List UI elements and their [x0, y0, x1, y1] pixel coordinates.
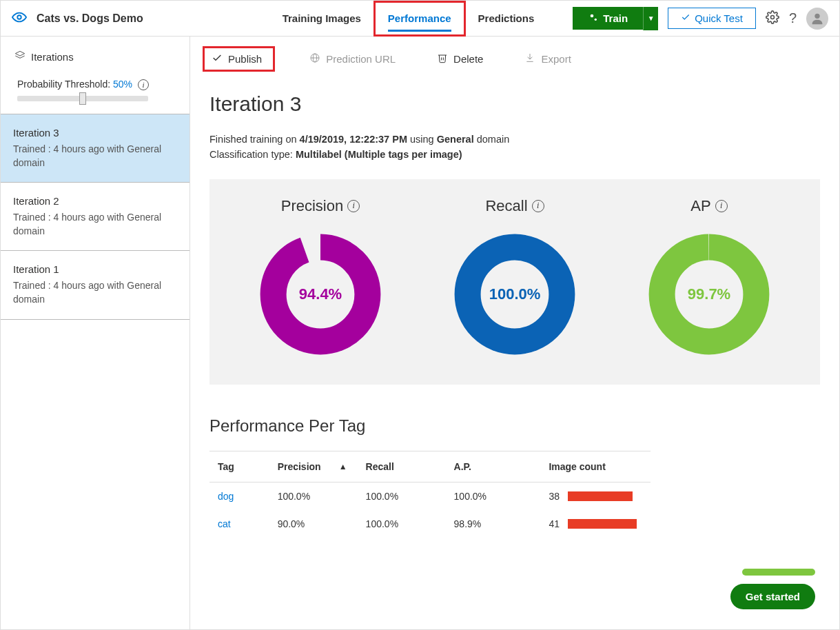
info-icon[interactable]: i: [715, 200, 728, 212]
delete-button[interactable]: Delete: [430, 48, 490, 70]
gears-icon: [588, 12, 599, 25]
svg-point-4: [815, 13, 819, 18]
sidebar-iterations-header: Iterations: [1, 37, 189, 73]
iteration-subtitle: Trained : 4 hours ago with General domai…: [13, 279, 177, 306]
iteration-heading: Iteration 3: [209, 92, 820, 116]
table-row: dog 100.0% 100.0% 100.0% 38: [209, 482, 651, 510]
export-button: Export: [518, 48, 577, 70]
avatar[interactable]: [806, 8, 828, 30]
metric-precision: Precisioni 94.4%: [255, 197, 386, 360]
sort-asc-icon: ▲: [339, 462, 347, 471]
quick-test-button[interactable]: Quick Test: [668, 8, 756, 29]
metric-label: Precision: [281, 197, 343, 215]
count-bar: [568, 491, 633, 501]
meta-domain: General: [437, 134, 474, 145]
prediction-url-label: Prediction URL: [326, 53, 396, 65]
trash-icon: [437, 52, 448, 65]
ap-donut: 99.7%: [644, 229, 775, 360]
meta-text: using: [407, 134, 437, 145]
iteration-title: Iteration 2: [13, 195, 177, 207]
info-icon[interactable]: i: [138, 79, 149, 90]
cell-ap: 98.9%: [454, 518, 549, 529]
sidebar-item-iteration-3[interactable]: Iteration 3 Trained : 4 hours ago with G…: [1, 114, 189, 183]
per-tag-heading: Performance Per Tag: [209, 416, 820, 436]
fab-indicator: [742, 569, 815, 576]
cell-count: 38: [549, 491, 651, 502]
metric-label: Recall: [485, 197, 527, 215]
iteration-subtitle: Trained : 4 hours ago with General domai…: [13, 211, 177, 238]
cell-precision: 100.0%: [278, 491, 366, 502]
prediction-url-button: Prediction URL: [303, 48, 402, 70]
train-button[interactable]: Train ▼: [573, 7, 658, 30]
iteration-subtitle: Trained : 4 hours ago with General domai…: [13, 143, 177, 170]
sidebar-item-iteration-1[interactable]: Iteration 1 Trained : 4 hours ago with G…: [1, 251, 189, 319]
col-precision[interactable]: Precision▲: [278, 461, 366, 472]
cell-recall: 100.0%: [366, 491, 454, 502]
download-icon: [524, 52, 535, 65]
threshold-label: Probability Threshold:: [17, 79, 113, 90]
iterations-label: Iterations: [31, 51, 74, 63]
ap-value: 99.7%: [688, 285, 730, 303]
train-dropdown[interactable]: ▼: [643, 7, 658, 30]
cell-recall: 100.0%: [366, 518, 454, 529]
table-row: cat 90.0% 100.0% 98.9% 41: [209, 510, 651, 538]
get-started-fab: Get started: [730, 569, 815, 609]
iteration-meta: Finished training on 4/19/2019, 12:22:37…: [209, 132, 820, 163]
precision-donut: 94.4%: [255, 229, 386, 360]
metric-ap: APi 99.7%: [644, 197, 775, 360]
svg-point-0: [17, 15, 21, 19]
layers-icon: [14, 50, 25, 63]
col-recall[interactable]: Recall: [366, 461, 454, 472]
info-icon[interactable]: i: [347, 200, 360, 212]
precision-value: 94.4%: [299, 285, 342, 303]
get-started-button[interactable]: Get started: [730, 584, 815, 609]
meta-text: domain: [474, 134, 510, 145]
tag-link[interactable]: cat: [209, 518, 278, 529]
header-actions: Train ▼ Quick Test ?: [573, 7, 828, 30]
tab-performance[interactable]: Performance: [373, 1, 466, 37]
iteration-title: Iteration 1: [13, 263, 177, 275]
cell-count: 41: [549, 518, 651, 529]
check-icon: [212, 52, 223, 65]
metrics-panel: Precisioni 94.4% Recalli 100.0% APi: [209, 179, 820, 385]
publish-button[interactable]: Publish: [203, 46, 275, 72]
quick-test-label: Quick Test: [695, 12, 743, 24]
per-tag-table: Tag Precision▲ Recall A.P. Image count d…: [209, 451, 651, 538]
col-ap[interactable]: A.P.: [454, 461, 549, 472]
svg-point-1: [591, 14, 594, 18]
action-bar: Publish Prediction URL Delete Export: [190, 37, 839, 81]
tab-training-images[interactable]: Training Images: [270, 1, 373, 37]
export-label: Export: [541, 53, 571, 65]
slider-thumb[interactable]: [79, 92, 86, 105]
info-icon[interactable]: i: [532, 200, 544, 212]
col-count[interactable]: Image count: [549, 461, 651, 472]
metric-label: AP: [690, 197, 710, 215]
sidebar: Iterations Probability Threshold: 50% i …: [1, 37, 190, 629]
delete-label: Delete: [453, 53, 483, 65]
recall-donut: 100.0%: [449, 229, 580, 360]
publish-label: Publish: [228, 53, 262, 65]
globe-icon: [309, 52, 320, 65]
vision-logo-icon: [12, 10, 27, 27]
settings-icon[interactable]: [766, 10, 779, 26]
tab-predictions[interactable]: Predictions: [466, 1, 547, 37]
threshold-control: Probability Threshold: 50% i: [1, 73, 189, 114]
svg-point-3: [770, 16, 774, 19]
sidebar-item-iteration-2[interactable]: Iteration 2 Trained : 4 hours ago with G…: [1, 183, 189, 251]
meta-text: Classification type:: [209, 149, 296, 160]
col-tag[interactable]: Tag: [209, 461, 278, 472]
help-icon[interactable]: ?: [789, 10, 797, 26]
meta-classification: Multilabel (Multiple tags per image): [296, 149, 462, 160]
svg-marker-5: [15, 51, 24, 56]
tag-link[interactable]: dog: [209, 491, 278, 502]
iteration-title: Iteration 3: [13, 127, 177, 139]
train-label: Train: [603, 12, 628, 24]
svg-point-2: [595, 19, 597, 21]
cell-precision: 90.0%: [278, 518, 366, 529]
nav-tabs: Training Images Performance Predictions: [270, 1, 547, 37]
threshold-slider[interactable]: [17, 96, 148, 101]
main-content: Publish Prediction URL Delete Export Ite…: [190, 37, 839, 629]
count-bar: [568, 519, 637, 529]
header: Cats vs. Dogs Demo Training Images Perfo…: [1, 1, 839, 37]
cell-ap: 100.0%: [454, 491, 549, 502]
